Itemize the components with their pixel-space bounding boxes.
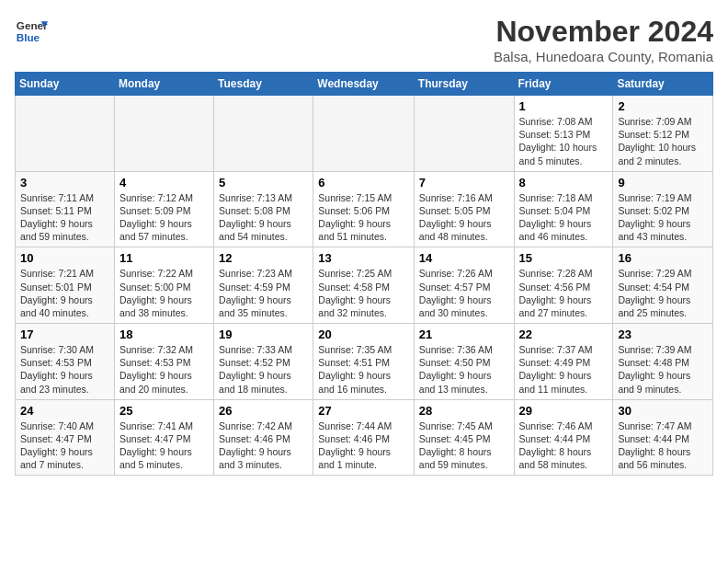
header-cell-monday: Monday	[114, 73, 213, 96]
day-number: 11	[119, 251, 209, 265]
day-info: Sunrise: 7:18 AMSunset: 5:04 PMDaylight:…	[519, 191, 609, 244]
day-number: 22	[519, 327, 609, 341]
day-info: Sunrise: 7:39 AMSunset: 4:48 PMDaylight:…	[618, 343, 708, 396]
day-number: 30	[618, 404, 708, 418]
svg-text:Blue: Blue	[17, 31, 40, 43]
day-info: Sunrise: 7:22 AMSunset: 5:00 PMDaylight:…	[119, 267, 209, 319]
calendar-cell: 6Sunrise: 7:15 AMSunset: 5:06 PMDaylight…	[313, 171, 415, 247]
header-cell-saturday: Saturday	[613, 73, 713, 96]
calendar-cell: 12Sunrise: 7:23 AMSunset: 4:59 PMDayligh…	[214, 247, 313, 324]
day-info: Sunrise: 7:21 AMSunset: 5:01 PMDaylight:…	[20, 267, 109, 319]
calendar-cell: 13Sunrise: 7:25 AMSunset: 4:58 PMDayligh…	[313, 247, 415, 324]
day-number: 29	[519, 404, 609, 418]
day-number: 15	[519, 251, 609, 265]
day-info: Sunrise: 7:28 AMSunset: 4:56 PMDaylight:…	[519, 267, 609, 319]
day-number: 28	[419, 404, 509, 418]
day-info: Sunrise: 7:09 AMSunset: 5:12 PMDaylight:…	[618, 115, 708, 167]
calendar-cell: 26Sunrise: 7:42 AMSunset: 4:46 PMDayligh…	[214, 399, 313, 476]
calendar-cell: 18Sunrise: 7:32 AMSunset: 4:53 PMDayligh…	[114, 324, 213, 400]
week-row-1: 3Sunrise: 7:11 AMSunset: 5:11 PMDaylight…	[16, 171, 713, 247]
calendar-cell: 22Sunrise: 7:37 AMSunset: 4:49 PMDayligh…	[514, 324, 613, 400]
day-info: Sunrise: 7:13 AMSunset: 5:08 PMDaylight:…	[219, 191, 308, 244]
day-number: 23	[618, 327, 708, 341]
calendar-cell: 17Sunrise: 7:30 AMSunset: 4:53 PMDayligh…	[16, 324, 115, 400]
day-number: 26	[219, 404, 308, 418]
header: General Blue November 2024 Balsa, Hunedo…	[15, 15, 713, 64]
calendar-cell	[313, 96, 415, 172]
calendar-cell: 25Sunrise: 7:41 AMSunset: 4:47 PMDayligh…	[114, 399, 213, 476]
calendar-cell	[16, 96, 115, 172]
logo: General Blue	[15, 15, 48, 48]
day-info: Sunrise: 7:42 AMSunset: 4:46 PMDaylight:…	[219, 419, 308, 472]
day-number: 5	[219, 176, 308, 190]
calendar-cell: 1Sunrise: 7:08 AMSunset: 5:13 PMDaylight…	[514, 96, 613, 172]
calendar-cell	[114, 96, 213, 172]
day-number: 3	[20, 176, 109, 190]
calendar-cell: 9Sunrise: 7:19 AMSunset: 5:02 PMDaylight…	[613, 171, 713, 247]
header-cell-tuesday: Tuesday	[214, 73, 313, 96]
calendar-cell: 15Sunrise: 7:28 AMSunset: 4:56 PMDayligh…	[514, 247, 613, 324]
day-info: Sunrise: 7:47 AMSunset: 4:44 PMDaylight:…	[618, 419, 708, 472]
day-number: 10	[20, 251, 109, 265]
day-info: Sunrise: 7:19 AMSunset: 5:02 PMDaylight:…	[618, 191, 708, 244]
day-info: Sunrise: 7:16 AMSunset: 5:05 PMDaylight:…	[419, 191, 509, 244]
calendar-cell: 21Sunrise: 7:36 AMSunset: 4:50 PMDayligh…	[414, 324, 514, 400]
calendar-cell: 11Sunrise: 7:22 AMSunset: 5:00 PMDayligh…	[114, 247, 213, 324]
calendar-cell: 7Sunrise: 7:16 AMSunset: 5:05 PMDaylight…	[414, 171, 514, 247]
calendar-cell: 28Sunrise: 7:45 AMSunset: 4:45 PMDayligh…	[414, 399, 514, 476]
calendar-body: 1Sunrise: 7:08 AMSunset: 5:13 PMDaylight…	[16, 96, 713, 476]
day-number: 6	[318, 176, 409, 190]
day-info: Sunrise: 7:36 AMSunset: 4:50 PMDaylight:…	[419, 343, 509, 396]
calendar-cell: 20Sunrise: 7:35 AMSunset: 4:51 PMDayligh…	[313, 324, 415, 400]
calendar-cell: 5Sunrise: 7:13 AMSunset: 5:08 PMDaylight…	[214, 171, 313, 247]
calendar-cell: 8Sunrise: 7:18 AMSunset: 5:04 PMDaylight…	[514, 171, 613, 247]
calendar-cell: 23Sunrise: 7:39 AMSunset: 4:48 PMDayligh…	[613, 324, 713, 400]
day-number: 17	[20, 327, 109, 341]
calendar-cell	[414, 96, 514, 172]
calendar-cell: 3Sunrise: 7:11 AMSunset: 5:11 PMDaylight…	[16, 171, 115, 247]
day-number: 12	[219, 251, 308, 265]
calendar-title: November 2024	[494, 15, 713, 49]
day-number: 2	[618, 99, 708, 113]
day-number: 25	[119, 404, 209, 418]
day-number: 18	[119, 327, 209, 341]
day-info: Sunrise: 7:23 AMSunset: 4:59 PMDaylight:…	[219, 267, 308, 319]
calendar-cell: 19Sunrise: 7:33 AMSunset: 4:52 PMDayligh…	[214, 324, 313, 400]
calendar-cell	[214, 96, 313, 172]
day-number: 19	[219, 327, 308, 341]
day-info: Sunrise: 7:11 AMSunset: 5:11 PMDaylight:…	[20, 191, 109, 244]
week-row-2: 10Sunrise: 7:21 AMSunset: 5:01 PMDayligh…	[16, 247, 713, 324]
day-info: Sunrise: 7:32 AMSunset: 4:53 PMDaylight:…	[119, 343, 209, 396]
header-cell-wednesday: Wednesday	[313, 73, 415, 96]
week-row-4: 24Sunrise: 7:40 AMSunset: 4:47 PMDayligh…	[16, 399, 713, 476]
calendar-cell: 24Sunrise: 7:40 AMSunset: 4:47 PMDayligh…	[16, 399, 115, 476]
week-row-3: 17Sunrise: 7:30 AMSunset: 4:53 PMDayligh…	[16, 324, 713, 400]
day-info: Sunrise: 7:44 AMSunset: 4:46 PMDaylight:…	[318, 419, 409, 472]
week-row-0: 1Sunrise: 7:08 AMSunset: 5:13 PMDaylight…	[16, 96, 713, 172]
day-number: 20	[318, 327, 409, 341]
calendar-cell: 14Sunrise: 7:26 AMSunset: 4:57 PMDayligh…	[414, 247, 514, 324]
day-info: Sunrise: 7:15 AMSunset: 5:06 PMDaylight:…	[318, 191, 409, 244]
day-info: Sunrise: 7:29 AMSunset: 4:54 PMDaylight:…	[618, 267, 708, 319]
day-info: Sunrise: 7:35 AMSunset: 4:51 PMDaylight:…	[318, 343, 409, 396]
day-number: 13	[318, 251, 409, 265]
calendar-cell: 16Sunrise: 7:29 AMSunset: 4:54 PMDayligh…	[613, 247, 713, 324]
day-number: 14	[419, 251, 509, 265]
day-info: Sunrise: 7:40 AMSunset: 4:47 PMDaylight:…	[20, 419, 109, 472]
calendar-cell: 10Sunrise: 7:21 AMSunset: 5:01 PMDayligh…	[16, 247, 115, 324]
calendar-subtitle: Balsa, Hunedoara County, Romania	[494, 49, 713, 64]
day-number: 21	[419, 327, 509, 341]
day-info: Sunrise: 7:26 AMSunset: 4:57 PMDaylight:…	[419, 267, 509, 319]
day-info: Sunrise: 7:46 AMSunset: 4:44 PMDaylight:…	[519, 419, 609, 472]
calendar-cell: 4Sunrise: 7:12 AMSunset: 5:09 PMDaylight…	[114, 171, 213, 247]
calendar-cell: 30Sunrise: 7:47 AMSunset: 4:44 PMDayligh…	[613, 399, 713, 476]
header-cell-sunday: Sunday	[16, 73, 115, 96]
day-number: 4	[119, 176, 209, 190]
header-cell-thursday: Thursday	[414, 73, 514, 96]
day-info: Sunrise: 7:30 AMSunset: 4:53 PMDaylight:…	[20, 343, 109, 396]
logo-icon: General Blue	[15, 15, 48, 48]
day-info: Sunrise: 7:45 AMSunset: 4:45 PMDaylight:…	[419, 419, 509, 472]
day-number: 16	[618, 251, 708, 265]
day-number: 1	[519, 99, 609, 113]
title-area: November 2024 Balsa, Hunedoara County, R…	[494, 15, 713, 64]
